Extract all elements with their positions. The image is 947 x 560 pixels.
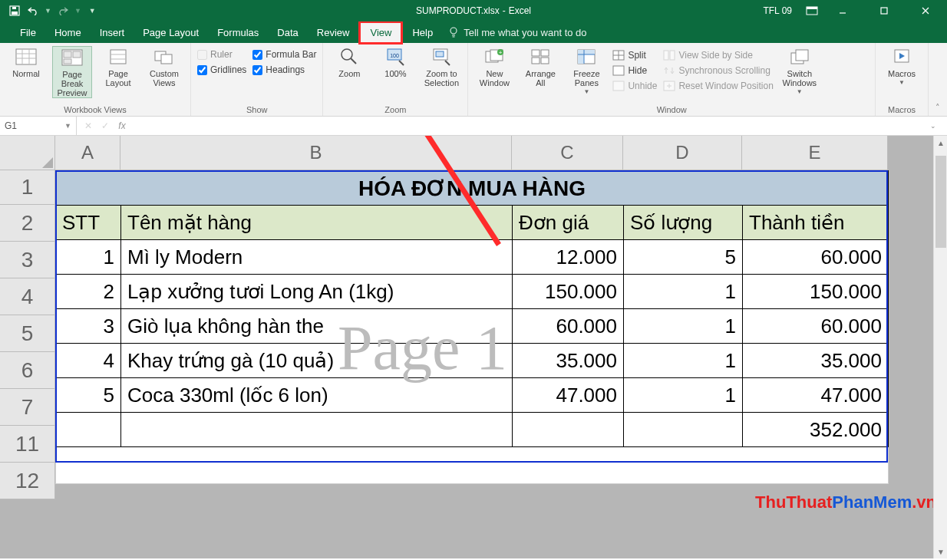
cell[interactable]: 12.000	[513, 240, 624, 275]
cell-total[interactable]: 352.000	[743, 413, 889, 447]
scroll-thumb[interactable]	[935, 156, 946, 248]
cell[interactable]: 47.000	[513, 378, 624, 413]
macros-button[interactable]: Macros▼	[882, 46, 922, 87]
cell[interactable]: 150.000	[513, 275, 624, 309]
cell[interactable]	[56, 447, 889, 484]
ribbon-display-icon[interactable]	[806, 6, 818, 15]
cell[interactable]: 1	[624, 378, 743, 413]
save-icon[interactable]	[8, 4, 21, 18]
cell[interactable]: Giò lụa không hàn the	[121, 309, 513, 344]
row-header-7[interactable]: 7	[0, 389, 55, 426]
maximize-button[interactable]	[867, 0, 901, 21]
table-row[interactable]: 4Khay trứng gà (10 quả)35.000135.000	[56, 344, 889, 378]
cell[interactable]: 4	[56, 344, 121, 378]
normal-view-button[interactable]: Normal	[6, 46, 46, 78]
row-header-6[interactable]: 6	[0, 352, 55, 389]
cell[interactable]	[513, 413, 624, 447]
row-header-5[interactable]: 5	[0, 315, 55, 352]
undo-dropdown-icon[interactable]: ▼	[45, 7, 51, 15]
redo-icon[interactable]	[56, 4, 70, 18]
close-button[interactable]	[909, 0, 942, 21]
cell[interactable]: 60.000	[513, 309, 624, 344]
row-header-3[interactable]: 3	[0, 242, 55, 278]
row-header-4[interactable]: 4	[0, 278, 55, 315]
tab-help[interactable]: Help	[403, 23, 442, 42]
fx-icon[interactable]: fx	[117, 120, 127, 131]
zoom-100-button[interactable]: 100100%	[375, 46, 415, 78]
select-all-corner[interactable]	[0, 136, 55, 170]
cell-header-tt[interactable]: Thành tiền	[743, 206, 889, 240]
cell[interactable]: Mì ly Modern	[121, 240, 513, 275]
tab-page-layout[interactable]: Page Layout	[134, 23, 208, 42]
page-layout-button[interactable]: Page Layout	[98, 46, 138, 87]
cell[interactable]: 35.000	[743, 344, 889, 378]
col-header-d[interactable]: D	[623, 136, 742, 170]
row-header-1[interactable]: 1	[0, 170, 55, 205]
cell[interactable]: 35.000	[513, 344, 624, 378]
qat-customize-icon[interactable]: ▼	[89, 7, 96, 15]
cell-header-sl[interactable]: Số lượng	[624, 206, 743, 240]
zoom-selection-button[interactable]: Zoom to Selection	[421, 46, 461, 87]
cell[interactable]: 1	[624, 309, 743, 344]
tab-data[interactable]: Data	[268, 23, 307, 42]
cell[interactable]: Lạp xưởng tươi Long An (1kg)	[121, 275, 513, 309]
zoom-button[interactable]: Zoom	[329, 46, 369, 78]
cell-header-ten[interactable]: Tên mặt hàng	[121, 206, 513, 240]
cell-header-gia[interactable]: Đơn giá	[513, 206, 624, 240]
row-header-2[interactable]: 2	[0, 205, 55, 242]
expand-formula-bar-icon[interactable]: ⌄	[930, 122, 936, 130]
tab-review[interactable]: Review	[308, 23, 359, 42]
cell-title[interactable]: HÓA ĐƠN MUA HÀNG	[56, 171, 889, 206]
table-row[interactable]: 5Coca 330ml (lốc 6 lon)47.000147.000	[56, 378, 889, 413]
tab-insert[interactable]: Insert	[91, 23, 134, 42]
tab-home[interactable]: Home	[45, 23, 91, 42]
undo-icon[interactable]	[26, 4, 40, 18]
col-header-a[interactable]: A	[55, 136, 120, 170]
cell[interactable]: Khay trứng gà (10 quả)	[121, 344, 513, 378]
cell[interactable]: 60.000	[743, 309, 889, 344]
headings-checkbox[interactable]: Headings	[252, 64, 316, 75]
gridlines-checkbox[interactable]: Gridlines	[197, 64, 246, 75]
row-header-12[interactable]: 12	[0, 463, 55, 499]
scroll-down-icon[interactable]: ▼	[934, 545, 947, 558]
tell-me[interactable]: Tell me what you want to do	[448, 27, 586, 38]
col-header-e[interactable]: E	[742, 136, 888, 170]
cell[interactable]	[56, 413, 121, 447]
arrange-all-button[interactable]: Arrange All	[520, 46, 560, 87]
cell[interactable]: 5	[56, 378, 121, 413]
page-break-preview-button[interactable]: Page Break Preview	[52, 46, 92, 98]
row-header-11[interactable]: 11	[0, 426, 55, 463]
collapse-ribbon-icon[interactable]: ˄	[929, 43, 947, 116]
cell[interactable]: Coca 330ml (lốc 6 lon)	[121, 378, 513, 413]
hide-button[interactable]: Hide	[612, 64, 657, 77]
table-row[interactable]: 1Mì ly Modern12.000560.000	[56, 240, 889, 275]
cell[interactable]: 1	[624, 344, 743, 378]
name-box[interactable]: G1▼	[0, 117, 77, 135]
ruler-checkbox[interactable]: Ruler	[197, 49, 246, 60]
custom-views-button[interactable]: Custom Views	[144, 46, 184, 87]
tab-view[interactable]: View	[358, 21, 403, 44]
redo-dropdown-icon[interactable]: ▼	[74, 7, 81, 15]
cell[interactable]: 1	[56, 240, 121, 275]
cell[interactable]: 1	[624, 275, 743, 309]
scroll-up-icon[interactable]: ▲	[934, 136, 947, 150]
table-row[interactable]: HÓA ĐƠN MUA HÀNG	[56, 171, 889, 206]
split-button[interactable]: Split	[612, 49, 657, 62]
cell[interactable]: 5	[624, 240, 743, 275]
cell[interactable]: 47.000	[743, 378, 889, 413]
cell[interactable]	[624, 413, 743, 447]
cell[interactable]: 60.000	[743, 240, 889, 275]
cells[interactable]: HÓA ĐƠN MUA HÀNG STT Tên mặt hàng Đơn gi…	[55, 170, 889, 484]
table-row[interactable]: 3Giò lụa không hàn the60.000160.000	[56, 309, 889, 344]
tab-file[interactable]: File	[11, 23, 45, 42]
table-row[interactable]: 352.000	[56, 413, 889, 447]
formula-bar-checkbox[interactable]: Formula Bar	[252, 49, 316, 60]
new-window-button[interactable]: +New Window	[474, 46, 514, 87]
cell[interactable]: 3	[56, 309, 121, 344]
switch-windows-button[interactable]: Switch Windows▼	[780, 46, 820, 96]
tab-formulas[interactable]: Formulas	[208, 23, 268, 42]
col-header-c[interactable]: C	[512, 136, 623, 170]
cell-header-stt[interactable]: STT	[56, 206, 121, 240]
freeze-panes-button[interactable]: Freeze Panes▼	[566, 46, 606, 96]
table-row[interactable]: 2Lạp xưởng tươi Long An (1kg)150.0001150…	[56, 275, 889, 309]
